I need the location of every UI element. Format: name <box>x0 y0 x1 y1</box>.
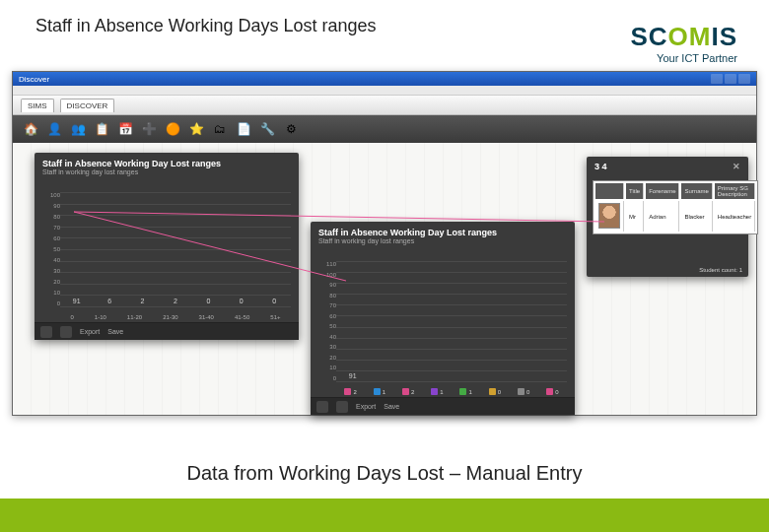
bar-group: 91 <box>336 261 567 381</box>
slide-accent-bar <box>0 499 769 532</box>
toolbar-circle-icon[interactable]: 🟠 <box>163 119 182 139</box>
toolbar-doc-icon[interactable]: 📄 <box>234 119 253 139</box>
maximize-icon[interactable] <box>725 74 736 84</box>
cell-surname: Blacker <box>681 201 712 232</box>
bar-group: 91622000 <box>60 192 291 306</box>
chart-plot-area: 1009080706050403020100 91622000 <box>60 192 291 306</box>
toolbar-home-icon[interactable]: 🏠 <box>21 119 40 139</box>
toolbar-wrench-icon[interactable]: 🔧 <box>257 119 277 139</box>
logo-part-1: SC <box>630 22 667 51</box>
tab-sims[interactable]: SIMS <box>21 99 54 112</box>
cell-role: Headteacher <box>715 201 755 232</box>
x-axis: 01-1011-2021-3031-4041-5051+ <box>60 314 291 320</box>
toolbar-gear-icon[interactable]: ⚙ <box>281 119 301 139</box>
logo-part-2: OM <box>668 22 712 51</box>
detail-badge: 3 4 <box>594 162 607 171</box>
chart-panel-secondary[interactable]: Staff in Absence Working Day Lost ranges… <box>311 222 575 415</box>
table-row[interactable]: Mr Adrian Blacker Headteacher <box>595 201 755 232</box>
toolbar-folder-icon[interactable]: 🗂 <box>210 119 230 139</box>
export-button[interactable]: Export <box>356 403 376 410</box>
chart-subtitle: Staff in working day lost ranges <box>311 237 575 248</box>
logo-tagline: Your ICT Partner <box>630 52 737 64</box>
chart-type-icon[interactable] <box>336 401 348 413</box>
detail-count: Student count: 1 <box>699 267 742 273</box>
chart-legend: 21211000 <box>336 388 567 395</box>
chart-type-icon[interactable] <box>60 326 72 338</box>
toolbar-calendar-icon[interactable]: 📅 <box>115 119 135 139</box>
window-titlebar: Discover <box>13 72 756 86</box>
detail-panel[interactable]: 3 4 ✕ TitleForenameSurnamePrimary SG Des… <box>587 157 748 277</box>
chart-panel-primary[interactable]: Staff in Absence Working Day Lost ranges… <box>35 153 299 340</box>
y-axis: 1009080706050403020100 <box>40 192 60 306</box>
brand-logo: SCOMIS Your ICT Partner <box>630 22 737 64</box>
panel-footer: Export Save <box>311 397 575 415</box>
toolbar-star-icon[interactable]: ⭐ <box>186 119 206 139</box>
cell-title: Mr <box>626 201 644 232</box>
toolbar-people-icon[interactable]: 👥 <box>68 119 88 139</box>
minimize-icon[interactable] <box>711 74 723 84</box>
panel-footer: Export Save <box>35 322 299 340</box>
window-controls[interactable] <box>711 74 750 84</box>
slide-caption: Data from Working Days Lost – Manual Ent… <box>0 462 769 485</box>
detail-table: TitleForenameSurnamePrimary SG Descripti… <box>593 180 758 234</box>
app-window: Discover SIMS DISCOVER 🏠 👤 👥 📋 📅 ➕ 🟠 ⭐ 🗂… <box>12 71 757 416</box>
chart-subtitle: Staff in working day lost ranges <box>35 168 299 179</box>
close-icon[interactable] <box>738 74 750 84</box>
workspace-canvas[interactable]: Staff in Absence Working Day Lost ranges… <box>13 143 756 415</box>
footer-icon[interactable] <box>40 326 52 338</box>
tab-discover[interactable]: DISCOVER <box>60 99 115 112</box>
y-axis: 1101009080706050403020100 <box>316 261 336 381</box>
cell-forename: Adrian <box>646 201 679 232</box>
export-button[interactable]: Export <box>80 328 100 335</box>
footer-icon[interactable] <box>316 401 328 413</box>
app-tabs: SIMS DISCOVER <box>13 96 756 115</box>
toolbar-person-icon[interactable]: 👤 <box>44 119 64 139</box>
save-button[interactable]: Save <box>384 403 399 410</box>
window-title: Discover <box>19 75 49 84</box>
avatar <box>598 203 620 229</box>
toolbar: 🏠 👤 👥 📋 📅 ➕ 🟠 ⭐ 🗂 📄 🔧 ⚙ <box>13 115 756 143</box>
toolbar-list-icon[interactable]: 📋 <box>92 119 111 139</box>
chart-title: Staff in Absence Working Day Lost ranges <box>311 222 575 237</box>
chart-title: Staff in Absence Working Day Lost ranges <box>35 153 299 168</box>
menubar[interactable] <box>13 86 756 96</box>
toolbar-add-icon[interactable]: ➕ <box>139 119 159 139</box>
logo-part-3: IS <box>711 22 737 51</box>
close-icon[interactable]: ✕ <box>733 162 740 171</box>
save-button[interactable]: Save <box>107 328 123 335</box>
chart-plot-area: 1101009080706050403020100 91 <box>336 261 567 381</box>
